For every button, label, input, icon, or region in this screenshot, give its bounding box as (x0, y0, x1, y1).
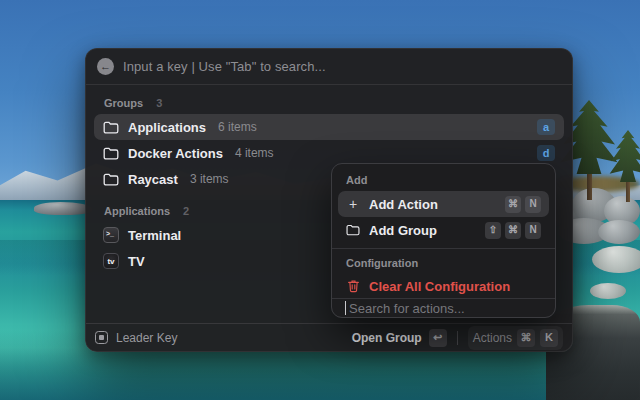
shift-keycap: ⇧ (485, 222, 501, 239)
popup-divider (332, 248, 555, 249)
wallpaper-water-boulder (592, 246, 640, 273)
folder-icon (346, 224, 360, 236)
group-item-count: 4 items (235, 146, 274, 160)
popup-section-configuration: Configuration (332, 254, 555, 274)
leader-key-icon (95, 331, 108, 344)
wallpaper-water-boulder (590, 283, 626, 299)
actions-menu-button[interactable]: Actions ⌘ K (468, 326, 563, 350)
section-header-groups: Groups 3 (94, 91, 564, 114)
actions-popup: Add + Add Action ⌘ N Add Group ⇧ ⌘ N Con… (331, 163, 556, 318)
group-item-count: 6 items (218, 120, 257, 134)
tv-app-icon: tv (103, 253, 119, 269)
actions-search-input[interactable]: Search for actions... (332, 298, 555, 317)
plus-icon: + (346, 197, 360, 211)
app-identity: Leader Key (95, 331, 177, 345)
wallpaper-rock (34, 202, 92, 215)
footer-divider (457, 331, 458, 345)
menu-item-label: Clear All Configuration (369, 279, 510, 294)
group-row-applications[interactable]: Applications 6 items a (94, 114, 564, 140)
group-name: Raycast (128, 172, 178, 187)
folder-icon (103, 120, 119, 134)
popup-section-add: Add (332, 171, 555, 191)
trash-icon (346, 279, 360, 293)
menu-item-add-action[interactable]: + Add Action ⌘ N (338, 191, 549, 217)
status-bar: Leader Key Open Group ↩ Actions ⌘ K (86, 323, 572, 351)
section-title: Applications (104, 205, 170, 217)
window-header: ← Input a key | Use "Tab" to search... (86, 49, 572, 85)
menu-item-clear-all-configuration[interactable]: Clear All Configuration (338, 274, 549, 298)
app-name-label: Leader Key (116, 331, 177, 345)
menu-item-label: Add Group (369, 223, 437, 238)
return-keycap: ↩ (429, 329, 447, 347)
actions-label: Actions (473, 331, 512, 345)
group-name: Docker Actions (128, 146, 223, 161)
app-name: TV (128, 254, 145, 269)
folder-icon (103, 172, 119, 186)
n-keycap: N (525, 222, 541, 239)
menu-item-label: Add Action (369, 197, 438, 212)
command-keycap: ⌘ (505, 222, 521, 239)
terminal-app-icon: >_ (103, 227, 119, 243)
folder-icon (103, 146, 119, 160)
command-keycap: ⌘ (505, 196, 521, 213)
key-badge: d (537, 145, 555, 161)
app-name: Terminal (128, 228, 181, 243)
group-name: Applications (128, 120, 206, 135)
group-item-count: 3 items (190, 172, 229, 186)
menu-item-add-group[interactable]: Add Group ⇧ ⌘ N (338, 217, 549, 243)
section-title: Groups (104, 97, 143, 109)
command-keycap: ⌘ (517, 329, 535, 347)
primary-action-label[interactable]: Open Group (352, 331, 422, 345)
search-placeholder: Search for actions... (349, 301, 465, 316)
n-keycap: N (525, 196, 541, 213)
key-badge: a (537, 119, 555, 135)
text-caret (345, 301, 346, 315)
arrow-left-icon: ← (100, 61, 111, 72)
desktop: ← Input a key | Use "Tab" to search... G… (0, 0, 640, 400)
key-search-input[interactable]: Input a key | Use "Tab" to search... (123, 59, 326, 74)
wallpaper-pine-tree (608, 130, 640, 202)
back-button[interactable]: ← (97, 58, 114, 75)
section-count: 3 (156, 97, 162, 109)
section-count: 2 (183, 205, 189, 217)
k-keycap: K (540, 329, 558, 347)
